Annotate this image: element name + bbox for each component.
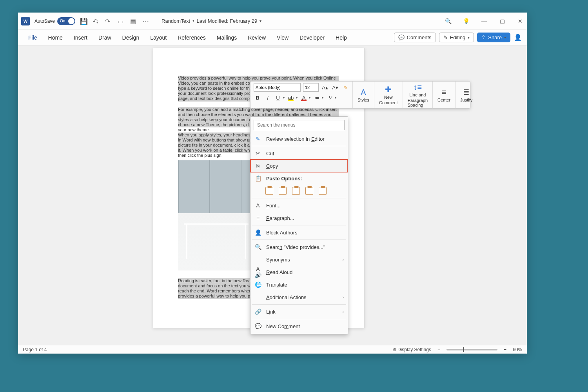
tab-insert[interactable]: Insert xyxy=(68,30,93,45)
autosave-toggle[interactable]: On xyxy=(57,17,75,25)
paste-merge-icon[interactable] xyxy=(279,187,287,195)
close-icon[interactable]: ✕ xyxy=(517,18,524,25)
separator xyxy=(252,225,346,225)
zoom-slider[interactable] xyxy=(446,349,497,350)
ribbon-tabs: File Home Insert Draw Design Layout Refe… xyxy=(18,30,527,45)
bullets-icon[interactable]: ≔ xyxy=(313,93,321,102)
doc-name: RandomText xyxy=(162,18,190,24)
tab-review[interactable]: Review xyxy=(242,30,271,45)
link-icon: 🔗 xyxy=(254,309,261,315)
menu-read-aloud[interactable]: A🔊Read Aloud xyxy=(250,266,348,278)
paste-default-icon[interactable] xyxy=(319,187,327,195)
menu-synonyms[interactable]: Synonyms› xyxy=(250,253,348,266)
tab-developer[interactable]: Developer xyxy=(294,30,330,45)
menu-review-editor[interactable]: ✎Review selection in Editor xyxy=(250,132,348,145)
redo-icon[interactable]: ↷ xyxy=(105,18,112,25)
tab-draw[interactable]: Draw xyxy=(93,30,117,45)
menu-paragraph[interactable]: ≡Paragraph... xyxy=(250,212,348,224)
export-icon[interactable]: ▤ xyxy=(130,18,137,25)
paste-text-icon[interactable] xyxy=(305,187,313,195)
read-aloud-icon: A🔊 xyxy=(254,266,261,278)
account-icon[interactable]: 👤 xyxy=(514,33,522,42)
minimize-icon[interactable]: — xyxy=(481,18,488,25)
qat-more-icon[interactable]: ⋯ xyxy=(143,18,150,25)
tab-help[interactable]: Help xyxy=(330,30,352,45)
bold-icon[interactable]: B xyxy=(254,93,261,102)
comment-icon: 💬 xyxy=(398,34,405,40)
chevron-right-icon: › xyxy=(343,295,344,299)
copy-icon: ⎘ xyxy=(254,163,261,169)
mini-toolbar: A▴ A▾ ✎ B I U▾ ab▾ A▾ ≔▾ ⅟▾ AStyles ✚New… xyxy=(250,81,470,109)
increase-font-icon[interactable]: A▴ xyxy=(321,83,329,92)
menu-link[interactable]: 🔗Link› xyxy=(250,305,348,318)
menu-translate[interactable]: 🌐Translate xyxy=(250,278,348,291)
menu-new-comment[interactable]: 💬New Comment xyxy=(250,320,348,332)
maximize-icon[interactable]: ▢ xyxy=(499,18,506,25)
titlebar: W AutoSave On 💾 ↶▾ ↷ ▭ ▤ ⋯ RandomText • … xyxy=(18,13,527,30)
editor-icon: ✎ xyxy=(254,136,261,142)
display-settings[interactable]: 🖥 Display Settings xyxy=(392,347,431,352)
font-color-icon[interactable]: A xyxy=(300,93,308,102)
line-spacing-button[interactable]: ↕≡Line andParagraph Spacing xyxy=(403,82,433,108)
zoom-out-icon[interactable]: − xyxy=(437,347,440,352)
separator xyxy=(252,146,346,146)
justify-button[interactable]: ≣Justify xyxy=(456,82,477,108)
separator xyxy=(252,240,346,240)
tab-file[interactable]: File xyxy=(23,30,43,45)
new-comment-button[interactable]: ✚NewComment xyxy=(374,82,403,108)
center-button[interactable]: ≡Center xyxy=(433,82,456,108)
highlight-icon[interactable]: ab xyxy=(287,93,295,102)
page-indicator[interactable]: Page 1 of 4 xyxy=(23,347,47,352)
autosave-control[interactable]: AutoSave On xyxy=(34,17,75,25)
justify-icon: ≣ xyxy=(463,87,470,97)
paste-picture-icon[interactable] xyxy=(292,187,300,195)
share-button[interactable]: ⇪Share▾ xyxy=(477,33,510,42)
italic-icon[interactable]: I xyxy=(264,93,272,102)
tab-home[interactable]: Home xyxy=(43,30,68,45)
numbering-icon[interactable]: ⅟ xyxy=(326,93,334,102)
tab-layout[interactable]: Layout xyxy=(145,30,172,45)
menu-search-input[interactable] xyxy=(254,120,345,130)
menu-additional-actions[interactable]: Additional Actions› xyxy=(250,291,348,303)
font-icon: A xyxy=(254,202,261,209)
zoom-level[interactable]: 60% xyxy=(513,347,522,352)
paste-keep-source-icon[interactable] xyxy=(265,187,273,195)
lightbulb-icon[interactable]: 💡 xyxy=(463,18,470,25)
undo-icon[interactable]: ↶▾ xyxy=(93,18,100,25)
underline-icon[interactable]: U xyxy=(274,93,282,102)
share-icon: ⇪ xyxy=(481,34,486,40)
save-icon[interactable]: 💾 xyxy=(80,18,87,25)
menu-block-authors[interactable]: 👤Block Authors xyxy=(250,226,348,239)
comment-icon: 💬 xyxy=(254,323,261,329)
menu-copy[interactable]: ⎘Copy xyxy=(250,160,348,172)
decrease-font-icon[interactable]: A▾ xyxy=(331,83,339,92)
pencil-icon: ✎ xyxy=(443,34,448,40)
paragraph-icon: ≡ xyxy=(254,215,261,221)
quick-access-toolbar: 💾 ↶▾ ↷ ▭ ▤ ⋯ xyxy=(80,18,150,25)
comments-button[interactable]: 💬Comments xyxy=(394,33,436,42)
zoom-in-icon[interactable]: + xyxy=(504,347,506,352)
paste-options-row xyxy=(250,185,348,197)
context-menu: ✎Review selection in Editor ✂Cut ⎘Copy 📋… xyxy=(250,116,348,334)
font-size-select[interactable] xyxy=(303,83,319,92)
menu-search-web[interactable]: 🔍Search "Video provides..." xyxy=(250,241,348,253)
center-icon: ≡ xyxy=(442,88,446,97)
tab-view[interactable]: View xyxy=(271,30,294,45)
tab-mailings[interactable]: Mailings xyxy=(211,30,242,45)
editing-button[interactable]: ✎Editing▾ xyxy=(439,33,474,42)
titlebar-right: 🔍 💡 — ▢ ✕ xyxy=(445,18,524,25)
format-painter-icon[interactable]: ✎ xyxy=(341,83,349,92)
autosave-label: AutoSave xyxy=(34,18,55,24)
styles-button[interactable]: AStyles xyxy=(353,82,374,108)
tab-design[interactable]: Design xyxy=(117,30,145,45)
paste-icon: 📋 xyxy=(254,175,261,181)
tab-references[interactable]: References xyxy=(172,30,211,45)
chevron-right-icon: › xyxy=(343,258,344,262)
chevron-down-icon[interactable]: ▾ xyxy=(260,19,261,23)
search-icon[interactable]: 🔍 xyxy=(445,18,452,25)
font-select[interactable] xyxy=(254,83,301,92)
menu-font[interactable]: AFont... xyxy=(250,199,348,212)
template-icon[interactable]: ▭ xyxy=(118,18,125,25)
menu-cut[interactable]: ✂Cut xyxy=(250,147,348,160)
doc-modified: Last Modified: February 29 xyxy=(197,18,258,24)
